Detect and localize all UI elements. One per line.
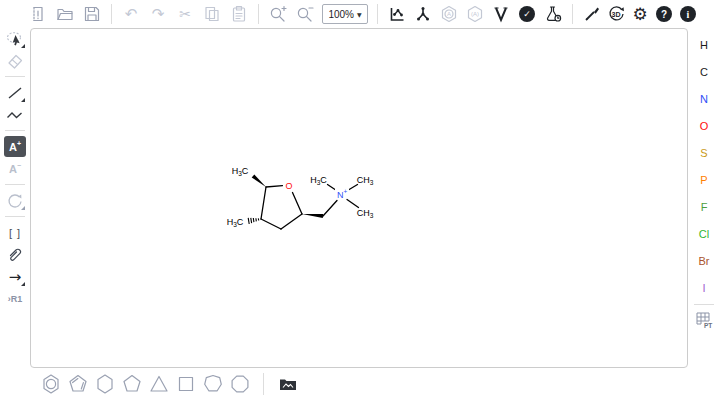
zoom-level-select[interactable]: 100% ▼ [322,4,368,24]
atom-button-s[interactable]: S [688,139,720,166]
zoom-out-icon [296,5,314,23]
atom-label-methyl-c4[interactable]: H3C [227,217,244,228]
attachment-point-tool[interactable] [4,244,26,265]
benzene-icon [40,373,62,395]
caret-down-icon: ▼ [357,11,362,18]
check-icon: ✓ [519,6,535,22]
rgroup-tool[interactable]: ›R1 [4,288,26,309]
layout-button[interactable] [387,4,407,24]
cut-scissors-icon: ✂ [179,6,191,22]
aromatize-icon: A [440,5,458,23]
atom-button-c[interactable]: C [688,58,720,85]
clean-up-button[interactable] [413,4,433,24]
periodic-table-button[interactable]: PT [693,308,715,329]
undo-button[interactable]: ↶ [121,4,141,24]
chain-tool[interactable] [4,104,26,125]
bond-n-ch3-se[interactable] [347,200,359,208]
recognize-button[interactable] [582,4,602,24]
paste-button[interactable] [229,4,249,24]
divider [5,184,25,185]
bond-c4-c3[interactable] [261,219,281,229]
atom-button-n[interactable]: N [688,85,720,112]
aromatize-letter: A [447,11,451,17]
clear-canvas-button[interactable] [28,4,48,24]
template-cycloheptane[interactable] [200,372,225,396]
template-cyclopropane[interactable] [146,372,171,396]
drawing-canvas[interactable]: O N+ H3C H3C H3C CH3 CH3 [30,28,688,368]
sgroup-tool[interactable]: [ ] [4,222,26,243]
atom-label-methyl-c5[interactable]: H3C [232,166,249,177]
wedge-bond-c2-ch2[interactable] [302,214,323,218]
atom-label-n-methyl-ne[interactable]: CH3 [357,175,374,186]
atom-button-f[interactable]: F [688,193,720,220]
reaction-arrow-tool[interactable]: → [4,266,26,287]
atom-label-oxygen[interactable]: O [285,181,292,191]
hash-bond-c4-methyl[interactable] [248,218,259,224]
divider [5,130,25,131]
dearomatize-letter: (A) [471,11,479,17]
atom-button-i[interactable]: I [688,274,720,301]
dearomatize-button[interactable]: (A) [465,4,485,24]
atom-symbol: S [700,147,707,159]
template-toolbar [28,368,708,400]
zoom-in-button[interactable] [268,4,288,24]
charge-plus-icon: A+ [9,140,21,153]
calculated-values-button[interactable] [543,4,563,24]
top-toolbar: ↶ ↷ ✂ [0,0,720,28]
help-button[interactable]: ? [654,4,674,24]
atom-label-nitrogen[interactable]: N+ [337,188,348,200]
bond-c2-o[interactable] [293,193,303,215]
rotate-icon [5,191,25,211]
atom-button-p[interactable]: P [688,166,720,193]
bond-ch2-n[interactable] [323,201,337,217]
zoom-out-button[interactable] [295,4,315,24]
charge-plus-tool[interactable]: A+ [4,136,26,157]
template-cyclopentadiene[interactable] [65,372,90,396]
settings-button[interactable]: ⚙ [630,4,650,24]
about-button[interactable]: i [678,4,698,24]
atom-symbol: Cl [699,228,709,240]
atom-label-n-methyl-nw[interactable]: H3C [310,175,327,186]
bond-tool[interactable] [4,82,26,103]
copy-button[interactable] [202,4,222,24]
edit-group: ↶ ↷ ✂ [121,4,249,24]
aromatize-button[interactable]: A [439,4,459,24]
cut-button[interactable]: ✂ [175,4,195,24]
bond-c5-c4[interactable] [261,187,266,219]
atom-button-h[interactable]: H [688,31,720,58]
cyclooctane-icon [229,373,251,395]
molecule-drawing[interactable]: O N+ H3C H3C H3C CH3 CH3 [31,29,689,369]
bond-c3-c2[interactable] [281,214,302,229]
template-cyclobutane[interactable] [173,372,198,396]
calculate-cip-button[interactable]: V [491,4,511,24]
atom-button-o[interactable]: O [688,112,720,139]
open-button[interactable] [55,4,75,24]
atom-button-cl[interactable]: Cl [688,220,720,247]
miew-3d-button[interactable]: 3D [606,4,626,24]
atom-symbol: O [700,120,709,132]
template-cyclooctane[interactable] [227,372,252,396]
divider [263,373,264,395]
atom-button-br[interactable]: Br [688,247,720,274]
select-lasso-tool[interactable] [4,28,26,49]
bond-c5-o[interactable] [266,186,283,187]
atom-label-n-methyl-se[interactable]: CH3 [357,208,374,219]
check-structure-button[interactable]: ✓ [517,4,537,24]
transform-rotate-tool[interactable] [4,190,26,211]
layout-icon [388,5,406,23]
template-library-icon [277,373,299,395]
template-benzene[interactable] [38,372,63,396]
redo-button[interactable]: ↷ [148,4,168,24]
charge-minus-tool[interactable]: A− [4,158,26,179]
wedge-bond-c5-methyl[interactable] [252,175,266,188]
template-library-button[interactable] [275,372,300,396]
charge-minus-icon: A− [9,162,21,175]
atom-symbol: N [700,93,708,105]
erase-tool[interactable] [4,50,26,71]
template-cyclohexane[interactable] [92,372,117,396]
template-cyclopentane[interactable] [119,372,144,396]
save-button[interactable] [82,4,102,24]
new-document-icon [29,5,47,23]
check-glyph: ✓ [523,9,531,19]
atom-toolbar: H C N O S P F Cl Br I PT [688,28,720,368]
